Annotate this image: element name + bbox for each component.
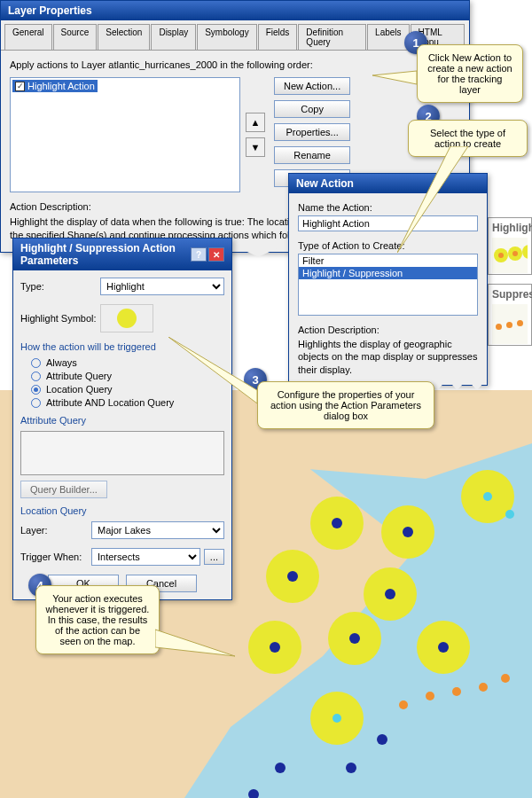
callout-4: Your action executes whenever it is trig… [35,585,160,654]
radio-label: Attribute Query [46,371,112,381]
tab-definition-query[interactable]: Definition Query [298,24,366,50]
radio-label: Location Query [46,384,113,395]
storm-point [501,674,510,683]
copy-button[interactable]: Copy [274,100,350,118]
radio-always[interactable] [31,358,41,368]
move-up-button[interactable]: ▲ [246,113,265,132]
radio-attribute-query[interactable] [31,372,41,381]
type-label: Type: [20,281,100,292]
action-description-text: Highlights the display of geographic obj… [298,338,478,376]
radio-label: Attribute AND Location Query [46,397,174,408]
action-type-item-selected[interactable]: Highlight / Suppression [299,267,477,279]
trigger-when-select[interactable]: Intersects [91,548,200,566]
storm-point [248,789,259,798]
highlight-symbol-label: Highlight Symbol: [20,313,100,324]
storm-point [426,692,434,700]
tab-source[interactable]: Source [53,24,98,50]
svg-marker-1 [397,146,468,253]
storm-highlight [417,621,470,674]
svg-marker-3 [155,630,235,656]
query-builder-button[interactable]: Query Builder... [20,481,107,498]
action-item-label: Highlight Action [27,81,95,91]
action-parameters-dialog: Highlight / Suppression Action Parameter… [12,238,232,600]
help-button[interactable]: ? [191,247,207,262]
storm-highlight [328,612,381,665]
storm-point [275,763,286,773]
ellipsis-button[interactable]: ... [204,549,224,565]
storm-highlight [310,497,364,550]
move-down-button[interactable]: ▼ [246,137,265,157]
svg-marker-2 [168,337,257,403]
tab-fields[interactable]: Fields [258,24,298,50]
radio-label: Always [46,357,77,368]
action-type-list[interactable]: Filter Highlight / Suppression [298,254,478,316]
dialog-title: Layer Properties [8,4,92,17]
storm-point [377,734,387,745]
close-button[interactable]: ✕ [208,247,224,262]
storm-highlight [364,567,417,621]
action-type-item[interactable]: Filter [299,254,477,267]
callout-tail-2 [397,146,486,253]
dialog-title: New Action [296,177,354,190]
radio-attribute-and-location[interactable] [31,398,41,408]
storm-point [452,687,461,696]
tab-general[interactable]: General [4,24,52,50]
storm-point [479,683,488,692]
storm-highlight [310,692,364,745]
symbol-swatch[interactable] [100,304,153,332]
layer-select[interactable]: Major Lakes [91,521,224,539]
trigger-when-label: Trigger When: [20,552,91,562]
attribute-query-label: Attribute Query [20,415,224,426]
layer-label: Layer: [20,525,91,536]
svg-marker-0 [372,71,417,84]
action-description-label: Action Description: [298,325,478,335]
tab-labels[interactable]: Labels [367,24,409,50]
callout-tail-1 [372,62,426,89]
highlight-preview-label: Highlight [492,222,528,234]
storm-point [346,763,356,773]
callout-3: Configure the properties of your action … [257,381,434,429]
action-params-titlebar[interactable]: Highlight / Suppression Action Parameter… [13,239,231,270]
storm-highlight [266,550,319,603]
callout-tail-3 [168,337,266,408]
tabs-strip: General Source Selection Display Symbolo… [1,20,469,51]
tab-symbology[interactable]: Symbology [197,24,256,50]
action-list-item[interactable]: ✓ Highlight Action [12,80,98,92]
suppress-preview-label: Suppress [492,288,528,301]
circle-icon [117,309,137,328]
rename-button[interactable]: Rename [274,146,350,164]
storm-point [505,510,514,519]
callout-1: Click New Action to create a new action … [417,44,523,103]
action-checkbox[interactable]: ✓ [15,82,25,91]
tab-display[interactable]: Display [151,24,196,50]
radio-location-query[interactable] [31,385,41,395]
new-action-button[interactable]: New Action... [274,77,350,95]
storm-highlight [381,505,434,559]
actions-listbox[interactable]: ✓ Highlight Action [10,77,240,192]
callout-text: Configure the properties of your action … [270,389,421,421]
tab-selection[interactable]: Selection [98,24,150,50]
properties-button[interactable]: Properties... [274,123,350,141]
attribute-query-textarea[interactable] [20,431,224,475]
dialog-title: Highlight / Suppression Action Parameter… [20,242,191,267]
callout-text: Click New Action to create a new action … [427,52,512,95]
suppress-preview: Suppress [488,284,532,346]
location-query-label: Location Query [20,505,224,516]
callout-tail-4 [155,621,235,665]
callout-text: Your action executes whenever it is trig… [46,593,150,646]
highlight-preview: Highlight [488,217,532,275]
storm-highlight [248,621,301,674]
type-select[interactable]: Highlight [100,278,224,295]
layer-properties-titlebar[interactable]: Layer Properties [1,1,469,20]
storm-point [399,700,408,709]
